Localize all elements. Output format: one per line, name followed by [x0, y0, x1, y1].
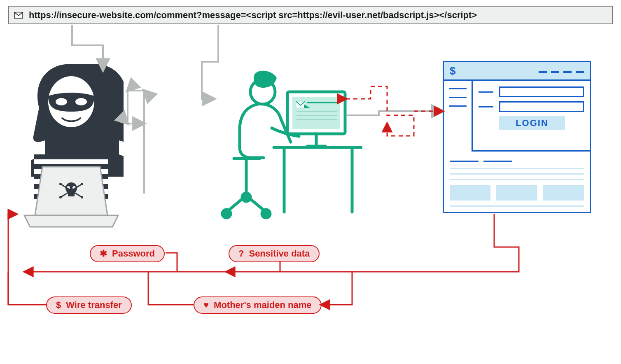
malicious-url-text: https://insecure-website.com/comment?mes…	[29, 10, 477, 21]
svg-point-21	[81, 196, 83, 198]
svg-rect-5	[34, 154, 108, 159]
site-content	[444, 152, 590, 212]
envelope-icon	[14, 12, 23, 19]
password-field[interactable]	[499, 101, 584, 112]
svg-point-3	[75, 98, 87, 105]
svg-point-19	[81, 183, 83, 185]
svg-rect-33	[296, 119, 337, 120]
svg-point-18	[59, 183, 62, 185]
malicious-url-bar: https://insecure-website.com/comment?mes…	[8, 6, 613, 24]
login-form: LOGIN	[473, 81, 590, 152]
svg-rect-31	[296, 111, 337, 112]
dollar-icon: $	[56, 300, 61, 310]
site-sidebar	[444, 81, 473, 152]
login-button[interactable]: LOGIN	[499, 116, 565, 130]
target-website-mock: $ LOGIN	[443, 61, 591, 213]
svg-marker-11	[24, 215, 118, 227]
site-brand-icon: $	[450, 65, 455, 77]
question-icon: ?	[238, 248, 244, 259]
svg-point-38	[242, 193, 250, 201]
svg-point-2	[56, 98, 67, 105]
attacker-figure	[19, 64, 124, 229]
svg-point-39	[262, 210, 270, 218]
victim-figure	[210, 64, 362, 222]
stolen-password-pill: ✱ Password	[90, 245, 165, 262]
pill-label: Password	[112, 248, 155, 259]
asterisk-icon: ✱	[100, 248, 107, 259]
heart-icon: ♥	[203, 300, 209, 310]
stolen-mother-pill: ♥ Mother's maiden name	[194, 296, 322, 314]
pill-label: Mother's maiden name	[214, 300, 312, 310]
svg-rect-32	[296, 115, 337, 116]
window-controls-icon	[535, 67, 584, 75]
stolen-wire-pill: $ Wire transfer	[46, 296, 132, 314]
stolen-sensitive-pill: ? Sensitive data	[229, 245, 320, 262]
pill-label: Wire transfer	[66, 300, 122, 310]
svg-rect-26	[292, 97, 340, 129]
pill-label: Sensitive data	[249, 248, 310, 259]
svg-point-20	[59, 196, 62, 198]
svg-point-37	[222, 210, 231, 218]
username-field[interactable]	[499, 86, 584, 97]
svg-rect-30	[307, 102, 337, 103]
svg-rect-13	[68, 192, 75, 196]
